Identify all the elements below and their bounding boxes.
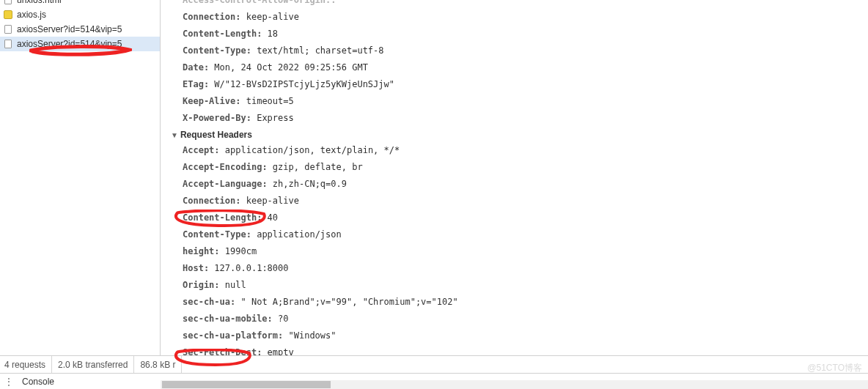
header-name: sec-ch-ua-platform (183, 330, 289, 341)
request-row[interactable]: axiosServer?id=514&vip=5 (0, 37, 160, 51)
header-value: empty (268, 347, 294, 355)
request-row-label: unxios.html (17, 0, 62, 5)
request-header-row: Host127.0.0.1:8000 (183, 261, 868, 275)
header-name: Date (183, 62, 214, 73)
section-title-label: Request Headers (180, 130, 252, 140)
request-header-row: sec-ch-ua" Not A;Brand";v="99", "Chromiu… (183, 294, 868, 309)
request-row-label: axiosServer?id=514&vip=5 (17, 39, 122, 49)
request-header-row: Sec-Fetch-Destempty (183, 345, 868, 355)
header-value: Express (257, 113, 294, 123)
response-header-row: Content-Typetext/html; charset=utf-8 (183, 43, 868, 58)
request-header-row: Acceptapplication/json, text/plain, */* (183, 143, 868, 158)
header-value: Mon, 24 Oct 2022 09:25:56 GMT (214, 62, 368, 73)
header-name: Connection (183, 12, 246, 22)
request-row-label: axiosServer?id=514&vip=5 (17, 24, 122, 34)
kebab-icon[interactable]: ⋮ (3, 377, 15, 387)
scrollbar-thumb[interactable] (162, 381, 331, 388)
request-header-row: Content-Typeapplication/json (183, 227, 868, 242)
request-row[interactable]: unxios.html (0, 0, 160, 7)
header-value: text/html; charset=utf-8 (257, 45, 383, 56)
header-name: sec-ch-ua-mobile (183, 314, 278, 324)
header-value: gzip, deflate, br (273, 162, 363, 172)
header-value: null (225, 280, 246, 290)
header-value: keep-alive (246, 196, 299, 206)
response-header-row: Access-Control-Allow-Origin: (183, 0, 868, 7)
status-requests: 4 requests (0, 356, 52, 373)
header-value: 1990cm (225, 246, 257, 256)
request-list: unxios.htmlaxios.jsaxiosServer?id=514&vi… (0, 0, 160, 355)
header-value: 40 (268, 212, 278, 223)
request-header-row: Content-Length40 (183, 210, 868, 225)
header-value: timeout=5 (246, 96, 294, 106)
headers-panel[interactable]: Access-Control-Allow-Origin: Connectionk… (161, 0, 868, 355)
request-row[interactable]: axiosServer?id=514&vip=5 (0, 22, 160, 37)
js-file-icon (3, 10, 13, 20)
disclosure-triangle-icon: ▼ (171, 131, 178, 139)
network-status-bar: 4 requests 2.0 kB transferred 86.8 kB r (0, 355, 868, 373)
header-name: Sec-Fetch-Dest (183, 347, 268, 355)
header-name: Origin (183, 280, 225, 290)
status-transferred: 2.0 kB transferred (52, 356, 134, 373)
header-name: Accept-Language (183, 179, 273, 189)
header-name: Connection (183, 196, 246, 206)
header-name: Content-Type (183, 45, 257, 56)
header-name: height (183, 246, 225, 256)
request-header-row: Accept-Languagezh,zh-CN;q=0.9 (183, 177, 868, 191)
header-name: Content-Length (183, 212, 268, 223)
response-header-row: Content-Length18 (183, 26, 868, 41)
header-value: ?0 (278, 314, 288, 324)
request-header-row: Originnull (183, 278, 868, 292)
console-tab-label[interactable]: Console (22, 377, 54, 387)
request-header-row: Connectionkeep-alive (183, 193, 868, 208)
header-name: X-Powered-By (183, 113, 257, 123)
request-row[interactable]: axios.js (0, 7, 160, 22)
status-resources: 86.8 kB r (134, 356, 182, 373)
header-name: Content-Length (183, 29, 268, 39)
header-value: 18 (268, 29, 278, 39)
header-value: W/"12-BVsD2IPSTcjyLjz5yKWjeUnSJjw" (214, 79, 394, 89)
document-icon (3, 0, 13, 5)
header-value: keep-alive (246, 12, 299, 22)
header-name: Accept-Encoding (183, 162, 273, 172)
response-header-row: X-Powered-ByExpress (183, 111, 868, 125)
horizontal-scrollbar[interactable] (161, 380, 868, 389)
response-header-row: Keep-Alivetimeout=5 (183, 94, 868, 108)
response-header-row: DateMon, 24 Oct 2022 09:25:56 GMT (183, 60, 868, 75)
request-row-label: axios.js (17, 10, 46, 20)
header-value: application/json, text/plain, */* (225, 145, 400, 155)
request-header-row: sec-ch-ua-mobile?0 (183, 311, 868, 326)
document-icon (3, 39, 13, 49)
response-header-row: ETagW/"12-BVsD2IPSTcjyLjz5yKWjeUnSJjw" (183, 77, 868, 92)
header-name: Host (183, 263, 214, 273)
header-name: Accept (183, 145, 225, 155)
response-header-row: Connectionkeep-alive (183, 10, 868, 24)
header-name: Keep-Alive (183, 96, 246, 106)
request-headers-section[interactable]: ▼ Request Headers (171, 130, 868, 140)
document-icon (3, 24, 13, 34)
network-requests-sidebar: unxios.htmlaxios.jsaxiosServer?id=514&vi… (0, 0, 161, 355)
request-header-row: height1990cm (183, 244, 868, 259)
header-value: "Windows" (289, 330, 336, 341)
header-value: application/json (257, 229, 342, 240)
header-value: 127.0.0.1:8000 (214, 263, 288, 273)
header-name: Content-Type (183, 229, 257, 240)
request-header-row: Accept-Encodinggzip, deflate, br (183, 160, 868, 174)
header-name: sec-ch-ua (183, 297, 240, 307)
request-header-row: sec-ch-ua-platform"Windows" (183, 328, 868, 343)
header-name: ETag (183, 79, 214, 89)
header-value: zh,zh-CN;q=0.9 (273, 179, 347, 189)
header-value: " Not A;Brand";v="99", "Chromium";v="102… (240, 297, 457, 307)
